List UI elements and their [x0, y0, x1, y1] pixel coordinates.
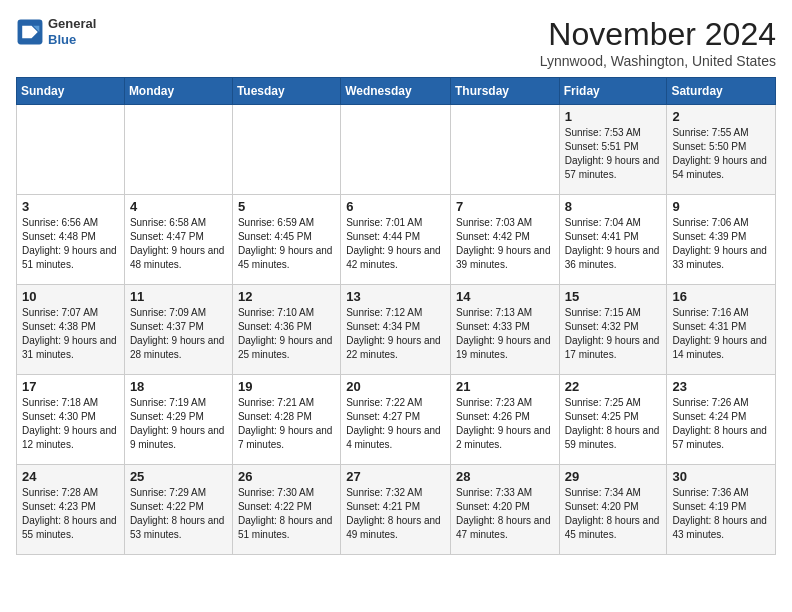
- day-info: Sunrise: 7:30 AM Sunset: 4:22 PM Dayligh…: [238, 486, 335, 542]
- calendar-row: 24Sunrise: 7:28 AM Sunset: 4:23 PM Dayli…: [17, 465, 776, 555]
- day-number: 6: [346, 199, 445, 214]
- calendar-cell: 24Sunrise: 7:28 AM Sunset: 4:23 PM Dayli…: [17, 465, 125, 555]
- calendar-cell: [17, 105, 125, 195]
- calendar-row: 10Sunrise: 7:07 AM Sunset: 4:38 PM Dayli…: [17, 285, 776, 375]
- calendar-cell: [450, 105, 559, 195]
- day-number: 20: [346, 379, 445, 394]
- day-number: 7: [456, 199, 554, 214]
- calendar-cell: [124, 105, 232, 195]
- day-number: 3: [22, 199, 119, 214]
- weekday-header-row: SundayMondayTuesdayWednesdayThursdayFrid…: [17, 78, 776, 105]
- calendar-cell: [232, 105, 340, 195]
- calendar-cell: 14Sunrise: 7:13 AM Sunset: 4:33 PM Dayli…: [450, 285, 559, 375]
- day-info: Sunrise: 7:06 AM Sunset: 4:39 PM Dayligh…: [672, 216, 770, 272]
- day-number: 25: [130, 469, 227, 484]
- calendar-row: 17Sunrise: 7:18 AM Sunset: 4:30 PM Dayli…: [17, 375, 776, 465]
- day-number: 15: [565, 289, 662, 304]
- logo-line1: General: [48, 16, 96, 32]
- day-info: Sunrise: 7:13 AM Sunset: 4:33 PM Dayligh…: [456, 306, 554, 362]
- day-info: Sunrise: 7:25 AM Sunset: 4:25 PM Dayligh…: [565, 396, 662, 452]
- day-number: 4: [130, 199, 227, 214]
- calendar-body: 1Sunrise: 7:53 AM Sunset: 5:51 PM Daylig…: [17, 105, 776, 555]
- calendar-cell: 10Sunrise: 7:07 AM Sunset: 4:38 PM Dayli…: [17, 285, 125, 375]
- day-info: Sunrise: 7:21 AM Sunset: 4:28 PM Dayligh…: [238, 396, 335, 452]
- calendar-cell: 25Sunrise: 7:29 AM Sunset: 4:22 PM Dayli…: [124, 465, 232, 555]
- calendar-cell: [341, 105, 451, 195]
- day-number: 5: [238, 199, 335, 214]
- day-info: Sunrise: 7:12 AM Sunset: 4:34 PM Dayligh…: [346, 306, 445, 362]
- day-info: Sunrise: 7:29 AM Sunset: 4:22 PM Dayligh…: [130, 486, 227, 542]
- day-info: Sunrise: 7:16 AM Sunset: 4:31 PM Dayligh…: [672, 306, 770, 362]
- day-number: 9: [672, 199, 770, 214]
- day-number: 1: [565, 109, 662, 124]
- weekday-header-cell: Wednesday: [341, 78, 451, 105]
- day-info: Sunrise: 7:32 AM Sunset: 4:21 PM Dayligh…: [346, 486, 445, 542]
- weekday-header-cell: Friday: [559, 78, 667, 105]
- day-info: Sunrise: 7:03 AM Sunset: 4:42 PM Dayligh…: [456, 216, 554, 272]
- day-number: 22: [565, 379, 662, 394]
- day-info: Sunrise: 6:59 AM Sunset: 4:45 PM Dayligh…: [238, 216, 335, 272]
- day-info: Sunrise: 7:28 AM Sunset: 4:23 PM Dayligh…: [22, 486, 119, 542]
- day-number: 19: [238, 379, 335, 394]
- day-info: Sunrise: 7:26 AM Sunset: 4:24 PM Dayligh…: [672, 396, 770, 452]
- calendar-cell: 12Sunrise: 7:10 AM Sunset: 4:36 PM Dayli…: [232, 285, 340, 375]
- day-info: Sunrise: 7:01 AM Sunset: 4:44 PM Dayligh…: [346, 216, 445, 272]
- calendar-table: SundayMondayTuesdayWednesdayThursdayFrid…: [16, 77, 776, 555]
- calendar-cell: 16Sunrise: 7:16 AM Sunset: 4:31 PM Dayli…: [667, 285, 776, 375]
- calendar-cell: 20Sunrise: 7:22 AM Sunset: 4:27 PM Dayli…: [341, 375, 451, 465]
- day-info: Sunrise: 6:58 AM Sunset: 4:47 PM Dayligh…: [130, 216, 227, 272]
- calendar-cell: 1Sunrise: 7:53 AM Sunset: 5:51 PM Daylig…: [559, 105, 667, 195]
- day-info: Sunrise: 7:18 AM Sunset: 4:30 PM Dayligh…: [22, 396, 119, 452]
- calendar-cell: 2Sunrise: 7:55 AM Sunset: 5:50 PM Daylig…: [667, 105, 776, 195]
- day-number: 27: [346, 469, 445, 484]
- day-info: Sunrise: 7:07 AM Sunset: 4:38 PM Dayligh…: [22, 306, 119, 362]
- calendar-row: 1Sunrise: 7:53 AM Sunset: 5:51 PM Daylig…: [17, 105, 776, 195]
- page-header: General Blue November 2024 Lynnwood, Was…: [16, 16, 776, 69]
- weekday-header-cell: Saturday: [667, 78, 776, 105]
- calendar-cell: 9Sunrise: 7:06 AM Sunset: 4:39 PM Daylig…: [667, 195, 776, 285]
- weekday-header-cell: Tuesday: [232, 78, 340, 105]
- logo: General Blue: [16, 16, 96, 47]
- logo-icon: [16, 18, 44, 46]
- weekday-header-cell: Thursday: [450, 78, 559, 105]
- day-number: 26: [238, 469, 335, 484]
- day-number: 24: [22, 469, 119, 484]
- day-info: Sunrise: 7:15 AM Sunset: 4:32 PM Dayligh…: [565, 306, 662, 362]
- day-info: Sunrise: 7:33 AM Sunset: 4:20 PM Dayligh…: [456, 486, 554, 542]
- calendar-cell: 15Sunrise: 7:15 AM Sunset: 4:32 PM Dayli…: [559, 285, 667, 375]
- day-number: 14: [456, 289, 554, 304]
- day-number: 16: [672, 289, 770, 304]
- day-info: Sunrise: 7:09 AM Sunset: 4:37 PM Dayligh…: [130, 306, 227, 362]
- calendar-cell: 6Sunrise: 7:01 AM Sunset: 4:44 PM Daylig…: [341, 195, 451, 285]
- calendar-cell: 17Sunrise: 7:18 AM Sunset: 4:30 PM Dayli…: [17, 375, 125, 465]
- calendar-cell: 18Sunrise: 7:19 AM Sunset: 4:29 PM Dayli…: [124, 375, 232, 465]
- calendar-cell: 8Sunrise: 7:04 AM Sunset: 4:41 PM Daylig…: [559, 195, 667, 285]
- month-title: November 2024: [540, 16, 776, 53]
- calendar-cell: 28Sunrise: 7:33 AM Sunset: 4:20 PM Dayli…: [450, 465, 559, 555]
- day-number: 12: [238, 289, 335, 304]
- calendar-cell: 29Sunrise: 7:34 AM Sunset: 4:20 PM Dayli…: [559, 465, 667, 555]
- day-number: 10: [22, 289, 119, 304]
- day-info: Sunrise: 7:04 AM Sunset: 4:41 PM Dayligh…: [565, 216, 662, 272]
- day-info: Sunrise: 7:10 AM Sunset: 4:36 PM Dayligh…: [238, 306, 335, 362]
- calendar-cell: 19Sunrise: 7:21 AM Sunset: 4:28 PM Dayli…: [232, 375, 340, 465]
- day-number: 30: [672, 469, 770, 484]
- day-info: Sunrise: 7:19 AM Sunset: 4:29 PM Dayligh…: [130, 396, 227, 452]
- day-info: Sunrise: 7:53 AM Sunset: 5:51 PM Dayligh…: [565, 126, 662, 182]
- day-number: 2: [672, 109, 770, 124]
- calendar-cell: 30Sunrise: 7:36 AM Sunset: 4:19 PM Dayli…: [667, 465, 776, 555]
- calendar-cell: 4Sunrise: 6:58 AM Sunset: 4:47 PM Daylig…: [124, 195, 232, 285]
- day-info: Sunrise: 7:55 AM Sunset: 5:50 PM Dayligh…: [672, 126, 770, 182]
- calendar-cell: 7Sunrise: 7:03 AM Sunset: 4:42 PM Daylig…: [450, 195, 559, 285]
- day-info: Sunrise: 6:56 AM Sunset: 4:48 PM Dayligh…: [22, 216, 119, 272]
- calendar-cell: 5Sunrise: 6:59 AM Sunset: 4:45 PM Daylig…: [232, 195, 340, 285]
- day-number: 8: [565, 199, 662, 214]
- logo-line2: Blue: [48, 32, 96, 48]
- day-number: 11: [130, 289, 227, 304]
- calendar-row: 3Sunrise: 6:56 AM Sunset: 4:48 PM Daylig…: [17, 195, 776, 285]
- day-number: 29: [565, 469, 662, 484]
- day-number: 17: [22, 379, 119, 394]
- weekday-header-cell: Monday: [124, 78, 232, 105]
- day-info: Sunrise: 7:23 AM Sunset: 4:26 PM Dayligh…: [456, 396, 554, 452]
- calendar-cell: 13Sunrise: 7:12 AM Sunset: 4:34 PM Dayli…: [341, 285, 451, 375]
